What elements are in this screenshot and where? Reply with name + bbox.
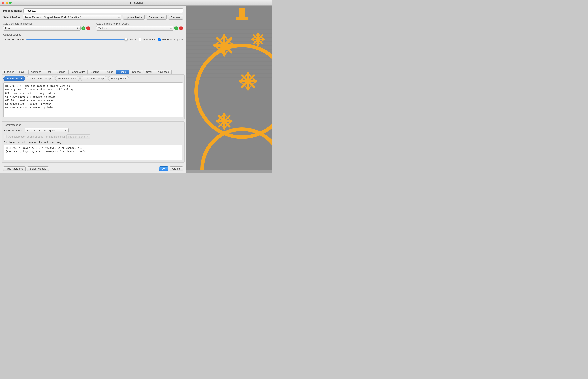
remove-quality-button[interactable]: − — [179, 26, 183, 30]
profile-select[interactable]: Prusa Research Original Prusa i3 MK3 (mo… — [23, 15, 121, 19]
script-tab-retraction[interactable]: Retraction Script — [55, 76, 79, 81]
export-format-label: Export file format — [4, 129, 23, 132]
profile-select-wrapper: Prusa Research Original Prusa i3 MK3 (mo… — [23, 15, 121, 19]
remove-button[interactable]: Remove — [168, 15, 183, 19]
format-select-wrapper: Standard G-Code (.gcode) ⬆⬇ — [25, 128, 69, 133]
tab-additions[interactable]: Additions — [29, 70, 44, 74]
tab-scripts[interactable]: Scripts — [116, 70, 129, 74]
window-title: FFF Settings — [129, 1, 143, 4]
bottom-right-buttons: OK Cancel — [159, 166, 183, 171]
minimize-button[interactable] — [6, 1, 8, 4]
song-select[interactable]: Random Song — [66, 134, 90, 139]
settings-panel: Process Name: Select Profile: Prusa Rese… — [0, 6, 186, 173]
scripts-panel: Starting Script Layer Change Script Retr… — [1, 74, 185, 120]
script-tab-layer-change[interactable]: Layer Change Script — [26, 76, 55, 81]
tab-support[interactable]: Support — [54, 70, 68, 74]
tab-speeds[interactable]: Speeds — [130, 70, 143, 74]
main-layout: Process Name: Select Profile: Prusa Rese… — [0, 6, 272, 173]
infill-label: Infill Percentage: — [5, 38, 25, 41]
song-select-wrapper: Random Song ⬆⬇ — [66, 134, 90, 139]
svg-point-1 — [196, 46, 272, 137]
title-bar: FFF Settings — [0, 0, 272, 6]
export-format-select[interactable]: Standard G-Code (.gcode) — [25, 128, 69, 133]
script-tab-starting[interactable]: Starting Script — [3, 76, 25, 81]
process-name-label: Process Name: — [3, 9, 22, 12]
infill-slider-wrapper — [27, 37, 128, 41]
horizontal-scrollbar[interactable] — [186, 170, 272, 173]
auto-config-quality-label: Auto-Configure for Print Quality — [96, 22, 183, 25]
script-tab-ending[interactable]: Ending Script — [108, 76, 129, 81]
material-select[interactable]: PLA — [3, 26, 81, 31]
infill-row: Infill Percentage: 100% Include Raft Gen… — [3, 37, 183, 41]
auto-config-row: Auto-Configure for Material PLA ⬆⬇ + − A — [3, 22, 183, 31]
include-raft-group: Include Raft — [139, 38, 156, 41]
script-tab-tool-change[interactable]: Tool Change Script — [80, 76, 107, 81]
ornament-svg — [188, 6, 272, 173]
add-quality-button[interactable]: + — [174, 26, 178, 30]
material-select-wrapper: PLA ⬆⬇ — [3, 26, 81, 31]
include-raft-label: Include Raft — [143, 38, 156, 41]
select-profile-row: Select Profile: Prusa Research Original … — [3, 15, 183, 19]
infill-slider[interactable] — [27, 39, 128, 40]
general-settings-label: General Settings — [3, 33, 183, 36]
tab-cooling[interactable]: Cooling — [88, 70, 102, 74]
terminal-textarea[interactable] — [4, 145, 182, 160]
update-profile-button[interactable]: Update Profile — [123, 15, 145, 19]
tab-temperature[interactable]: Temperature — [69, 70, 88, 74]
window-controls[interactable] — [2, 1, 12, 4]
auto-config-material-group: Auto-Configure for Material PLA ⬆⬇ + − — [3, 22, 90, 31]
viewport-background — [186, 6, 272, 173]
auto-config-material-control: PLA ⬆⬇ + − — [3, 26, 90, 31]
bottom-left-buttons: Hide Advanced Select Models — [3, 166, 49, 171]
export-format-row: Export file format Standard G-Code (.gco… — [4, 128, 182, 133]
tab-extruder[interactable]: Extruder — [1, 70, 16, 74]
close-button[interactable] — [2, 1, 4, 4]
celebration-row: Add celebration at end of build (for .x3… — [4, 134, 182, 139]
settings-content: Process Name: Select Profile: Prusa Rese… — [0, 6, 186, 69]
tab-advanced[interactable]: Advanced — [155, 70, 172, 74]
tab-gcode[interactable]: G-Code — [102, 70, 116, 74]
auto-config-quality-group: Auto-Configure for Print Quality Medium … — [96, 22, 183, 31]
bottom-bar: Hide Advanced Select Models OK Cancel — [0, 164, 186, 173]
select-profile-label: Select Profile: — [3, 16, 20, 19]
viewport-panel — [186, 6, 272, 173]
process-name-row: Process Name: — [3, 8, 183, 13]
maximize-button[interactable] — [9, 1, 12, 4]
post-processing-section: Post Processing Export file format Stand… — [1, 121, 185, 163]
remove-material-button[interactable]: − — [86, 26, 90, 30]
include-raft-checkbox[interactable] — [139, 38, 141, 41]
cancel-button[interactable]: Cancel — [170, 166, 183, 171]
process-name-input[interactable] — [24, 8, 183, 13]
save-as-new-button[interactable]: Save as New — [146, 15, 167, 19]
svg-rect-3 — [236, 16, 248, 20]
tab-infill[interactable]: Infill — [44, 70, 54, 74]
celebration-checkbox[interactable] — [4, 135, 7, 138]
add-material-button[interactable]: + — [81, 26, 85, 30]
infill-value: 100% — [130, 38, 136, 41]
quality-select-wrapper: Medium ⬆⬇ — [96, 26, 174, 31]
tab-layer[interactable]: Layer — [16, 70, 28, 74]
auto-config-quality-control: Medium ⬆⬇ + − — [96, 26, 183, 31]
post-processing-label: Post Processing — [4, 124, 182, 126]
celebration-label: Add celebration at end of build (for .x3… — [8, 135, 65, 138]
tab-other[interactable]: Other — [144, 70, 155, 74]
hide-advanced-button[interactable]: Hide Advanced — [3, 166, 26, 171]
generate-support-group: Generate Support — [159, 38, 183, 41]
script-textarea[interactable] — [3, 82, 183, 117]
generate-support-label: Generate Support — [162, 38, 183, 41]
quality-select[interactable]: Medium — [96, 26, 174, 31]
auto-config-material-label: Auto-Configure for Material — [3, 22, 90, 25]
generate-support-checkbox[interactable] — [159, 38, 161, 41]
ok-button[interactable]: OK — [159, 166, 168, 171]
script-tabs: Starting Script Layer Change Script Retr… — [3, 76, 183, 81]
terminal-label: Additional terminal commands for post pr… — [4, 141, 182, 144]
select-models-button[interactable]: Select Models — [27, 166, 49, 171]
main-tabs: Extruder Layer Additions Infill Support … — [0, 69, 186, 74]
